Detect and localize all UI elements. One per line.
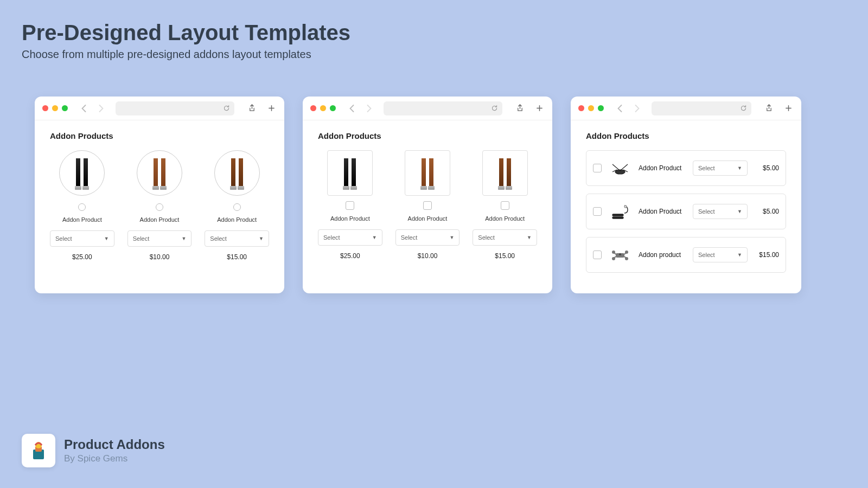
product-thumb[interactable] [59, 150, 105, 196]
addon-item: Addon Product Select▼ $15.00 [205, 150, 269, 261]
browser-toolbar [35, 97, 284, 120]
url-bar[interactable] [652, 101, 751, 115]
addon-price: $15.00 [495, 252, 515, 260]
checkbox-select[interactable] [346, 201, 354, 210]
reload-icon [223, 105, 230, 112]
maximize-icon[interactable] [598, 105, 604, 111]
new-tab-icon[interactable] [783, 103, 794, 114]
page-title: Pre-Designed Layout Templates [22, 21, 846, 45]
radio-select[interactable] [78, 203, 86, 211]
addon-label: Addon Product [62, 216, 102, 223]
variant-select[interactable]: Select▼ [127, 230, 192, 247]
product-thumb[interactable] [608, 243, 632, 267]
variant-select[interactable]: Select▼ [318, 229, 382, 246]
new-tab-icon[interactable] [534, 103, 545, 114]
back-button[interactable] [78, 102, 90, 114]
app-footer: Product Addons By Spice Gems [22, 434, 165, 467]
addon-price: $10.00 [418, 252, 438, 260]
forward-button[interactable] [631, 102, 643, 114]
addon-label: Addon product [639, 251, 686, 259]
url-bar[interactable] [384, 101, 502, 115]
app-logo-icon [22, 434, 55, 467]
back-button[interactable] [614, 102, 626, 114]
product-thumb[interactable] [327, 150, 373, 196]
addon-item: Addon Product Select▼ $25.00 [318, 150, 382, 260]
share-icon[interactable] [763, 103, 774, 114]
template-window-circle: Addon Products Addon Product Select▼ $25… [35, 97, 284, 293]
windows-row: Addon Products Addon Product Select▼ $25… [0, 61, 868, 293]
minimize-icon[interactable] [52, 105, 58, 111]
share-icon[interactable] [246, 103, 257, 114]
section-heading: Addon Products [318, 131, 537, 140]
variant-select[interactable]: Select▼ [50, 230, 114, 247]
variant-select[interactable]: Select▼ [395, 229, 460, 246]
addon-label: Addon Product [639, 164, 686, 172]
addon-list-row: Addon Product Select▼ $5.00 [586, 150, 786, 186]
product-thumb[interactable] [214, 150, 260, 196]
radio-select[interactable] [156, 203, 163, 211]
addon-price: $10.00 [150, 253, 170, 261]
app-name: Product Addons [64, 437, 165, 452]
product-thumb[interactable] [137, 150, 182, 196]
addon-label: Addon Product [639, 208, 686, 215]
svg-rect-1 [612, 214, 623, 216]
maximize-icon[interactable] [62, 105, 68, 111]
addon-price: $5.00 [754, 164, 779, 172]
checkbox-select[interactable] [423, 201, 432, 210]
forward-button[interactable] [363, 102, 375, 114]
product-thumb[interactable] [482, 150, 528, 196]
checkbox-select[interactable] [593, 207, 602, 216]
addon-label: Addon Product [408, 215, 448, 222]
addon-list-row: Addon Product Select▼ $5.00 [586, 194, 786, 229]
maximize-icon[interactable] [330, 105, 336, 111]
addon-list-row: Addon product Select▼ $15.00 [586, 237, 786, 273]
addon-price: $15.00 [227, 253, 247, 261]
browser-toolbar [571, 97, 801, 120]
template-window-list: Addon Products Addon Product Select▼ $5.… [571, 97, 801, 293]
reload-icon [491, 105, 498, 112]
variant-select[interactable]: Select▼ [473, 229, 537, 246]
svg-point-9 [619, 253, 621, 255]
addon-price: $25.00 [72, 253, 92, 261]
section-heading: Addon Products [50, 131, 269, 140]
traffic-lights [578, 105, 604, 111]
svg-point-3 [624, 206, 627, 208]
back-button[interactable] [346, 102, 358, 114]
addon-price: $5.00 [754, 208, 779, 215]
svg-rect-2 [612, 217, 623, 219]
addon-label: Addon Product [140, 216, 180, 223]
new-tab-icon[interactable] [266, 103, 277, 114]
close-icon[interactable] [310, 105, 316, 111]
radio-select[interactable] [233, 203, 241, 211]
section-heading: Addon Products [586, 131, 786, 140]
addon-item: Addon Product Select▼ $15.00 [473, 150, 537, 260]
addon-item: Addon Product Select▼ $25.00 [50, 150, 114, 261]
product-thumb[interactable] [405, 150, 450, 196]
app-byline: By Spice Gems [64, 453, 165, 464]
variant-select[interactable]: Select▼ [693, 247, 748, 262]
minimize-icon[interactable] [320, 105, 326, 111]
browser-toolbar [303, 97, 552, 120]
page-header: Pre-Designed Layout Templates Choose fro… [0, 0, 868, 61]
addon-grid: Addon Product Select▼ $25.00 Addon Produ… [318, 150, 537, 260]
addon-price: $25.00 [340, 252, 360, 260]
url-bar[interactable] [116, 101, 234, 115]
variant-select[interactable]: Select▼ [693, 160, 748, 176]
forward-button[interactable] [95, 102, 107, 114]
variant-select[interactable]: Select▼ [205, 230, 269, 247]
svg-point-0 [615, 170, 625, 174]
close-icon[interactable] [578, 105, 584, 111]
minimize-icon[interactable] [588, 105, 594, 111]
checkbox-select[interactable] [593, 251, 602, 259]
addon-label: Addon Product [330, 215, 370, 222]
close-icon[interactable] [42, 105, 48, 111]
product-thumb[interactable] [608, 156, 632, 180]
checkbox-select[interactable] [593, 164, 602, 172]
addon-price: $15.00 [754, 251, 779, 259]
checkbox-select[interactable] [501, 201, 509, 210]
template-window-square: Addon Products Addon Product Select▼ $25… [303, 97, 552, 293]
traffic-lights [42, 105, 68, 111]
product-thumb[interactable] [608, 200, 632, 223]
share-icon[interactable] [514, 103, 525, 114]
variant-select[interactable]: Select▼ [693, 204, 748, 219]
